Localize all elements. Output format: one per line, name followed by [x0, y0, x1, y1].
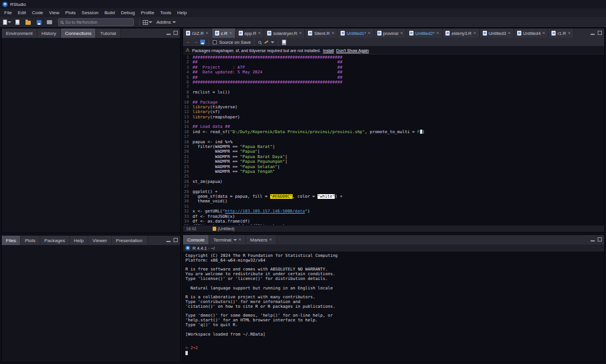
- minimize-icon[interactable]: [591, 237, 595, 241]
- back-arrow-icon[interactable]: ←: [186, 40, 191, 44]
- console-tab-label: Markers: [250, 237, 267, 243]
- pane-layout-button[interactable]: [143, 18, 152, 27]
- editor-tab-untitled2[interactable]: RUntitled2*×: [406, 28, 443, 38]
- save-button[interactable]: [34, 18, 43, 27]
- close-icon[interactable]: ×: [229, 31, 232, 36]
- close-icon[interactable]: ×: [269, 237, 272, 242]
- code-editor[interactable]: 1#######################################…: [183, 54, 604, 225]
- close-icon[interactable]: ×: [437, 31, 440, 36]
- pane-tab-presentation[interactable]: Presentation: [112, 236, 148, 245]
- maximize-icon[interactable]: [598, 31, 602, 35]
- toolbar-separator: [254, 39, 255, 46]
- document-outline-button[interactable]: (Untitled): [213, 227, 235, 231]
- maximize-icon[interactable]: [174, 238, 178, 242]
- pane-tab-help[interactable]: Help: [70, 236, 88, 245]
- close-icon[interactable]: ×: [299, 31, 302, 36]
- addins-label: Addins: [156, 20, 171, 25]
- pane-tab-files[interactable]: Files: [2, 236, 21, 245]
- line-number: 2: [183, 60, 193, 65]
- menu-session[interactable]: Session: [79, 8, 101, 17]
- menu-profile[interactable]: Profile: [138, 8, 158, 17]
- code-token: papua <- ind %>%: [193, 140, 232, 144]
- new-project-button[interactable]: [13, 18, 22, 27]
- close-icon[interactable]: ×: [473, 31, 476, 36]
- editor-tab-untitled1[interactable]: RUntitled1*×: [338, 28, 374, 38]
- code-tools-wand-icon[interactable]: [264, 40, 268, 44]
- maximize-icon[interactable]: [174, 31, 178, 35]
- minimize-icon[interactable]: [166, 31, 171, 35]
- goto-file-input[interactable]: Go to file/function: [58, 18, 134, 26]
- dont-show-again-link[interactable]: Don't Show Again: [336, 49, 369, 53]
- editor-tab-solardryer.r[interactable]: Rsolardryer.R×: [264, 28, 305, 38]
- close-icon[interactable]: ×: [332, 31, 335, 36]
- close-icon[interactable]: ×: [258, 31, 261, 36]
- line-number: 10: [183, 100, 193, 105]
- editor-tab-c.r[interactable]: Rc.R×: [212, 28, 236, 38]
- source-on-save-checkbox[interactable]: [213, 40, 217, 44]
- line-number: 1: [183, 55, 193, 60]
- console-tab-markers[interactable]: Markers×: [246, 235, 277, 244]
- editor-tab-silent.r[interactable]: RSilent.R×: [305, 28, 338, 38]
- save-all-button[interactable]: [45, 18, 54, 27]
- forward-arrow-icon[interactable]: →: [193, 40, 198, 44]
- chevron-down-icon[interactable]: [233, 239, 237, 241]
- code-line: 21 WADMPR == "Papua Barat Daya"|: [183, 154, 604, 159]
- code-text: filter(WADMPR == "Papua Barat"|: [193, 144, 275, 149]
- console-tab-terminal[interactable]: Terminal×: [209, 235, 246, 244]
- open-file-button[interactable]: [24, 18, 33, 27]
- r-file-icon: R: [445, 31, 450, 36]
- close-icon[interactable]: ×: [567, 31, 570, 36]
- pane-tab-environment[interactable]: Environment: [2, 28, 37, 38]
- minimize-icon[interactable]: [166, 238, 171, 242]
- pane-tab-plots[interactable]: Plots: [21, 236, 40, 245]
- line-number: 13: [183, 115, 193, 120]
- r-version-path[interactable]: R 4.4.1 · ~/: [193, 246, 214, 251]
- menu-debug[interactable]: Debug: [118, 8, 138, 17]
- editor-tab-untitled4[interactable]: RUntitled4×: [514, 28, 549, 38]
- close-icon[interactable]: ×: [508, 31, 511, 36]
- line-number: 8: [183, 90, 193, 95]
- menu-code[interactable]: Code: [29, 8, 46, 17]
- console-prompt-line[interactable]: [185, 351, 604, 356]
- menu-edit[interactable]: Edit: [15, 8, 29, 17]
- menu-build[interactable]: Build: [101, 8, 118, 17]
- menu-tools[interactable]: Tools: [157, 8, 174, 17]
- compile-report-icon[interactable]: [282, 40, 286, 45]
- editor-tab-r1.r[interactable]: Rr1.R×: [549, 28, 574, 38]
- new-file-button[interactable]: [2, 18, 11, 27]
- pane-tab-packages[interactable]: Packages: [40, 236, 70, 245]
- save-icon[interactable]: [200, 40, 205, 44]
- console-output[interactable]: Copyright (C) 2024 The R Foundation for …: [183, 252, 604, 362]
- pane-tab-tutorial[interactable]: Tutorial: [96, 28, 120, 38]
- editor-tab-elderly3.r[interactable]: Relderly3.R×: [443, 28, 479, 38]
- maximize-icon[interactable]: [598, 237, 602, 241]
- pane-tab-viewer[interactable]: Viewer: [88, 236, 111, 245]
- close-icon[interactable]: ×: [400, 31, 403, 36]
- close-icon[interactable]: ×: [543, 31, 546, 36]
- editor-tab-provinsi[interactable]: Rprovinsi×: [374, 28, 407, 38]
- addins-button[interactable]: Addins: [154, 20, 178, 25]
- close-icon[interactable]: ×: [368, 31, 371, 36]
- console-line: Type 'license()' or 'licence()' for dist…: [185, 277, 604, 282]
- code-token: , promote_to_multi =: [365, 130, 418, 134]
- pane-tab-history[interactable]: History: [37, 28, 61, 38]
- console-tab-console[interactable]: Console: [183, 235, 209, 244]
- menu-plots[interactable]: Plots: [62, 8, 79, 17]
- menu-view[interactable]: View: [46, 8, 62, 17]
- editor-tab-untitled3[interactable]: RUntitled3×: [480, 28, 514, 38]
- pane-tab-connections[interactable]: Connections: [61, 28, 96, 38]
- close-icon[interactable]: ×: [239, 237, 242, 242]
- toolbar-separator: [139, 19, 140, 25]
- find-icon[interactable]: [258, 41, 261, 44]
- close-icon[interactable]: ×: [206, 31, 209, 36]
- menu-help[interactable]: Help: [174, 8, 190, 17]
- code-text: df <- as.data.frame(df): [193, 219, 250, 224]
- code-token: ind <- read_sf(: [193, 130, 230, 134]
- editor-tab-app.r[interactable]: Rapp.R×: [236, 28, 265, 38]
- editor-tab-giz.r[interactable]: RGIZ.R×: [183, 28, 212, 38]
- files-pane: FilesPlotsPackagesHelpViewerPresentation: [1, 235, 181, 363]
- code-token: ) +: [335, 194, 342, 199]
- install-link[interactable]: Install: [323, 49, 334, 53]
- menu-file[interactable]: File: [1, 8, 15, 17]
- minimize-icon[interactable]: [591, 31, 595, 35]
